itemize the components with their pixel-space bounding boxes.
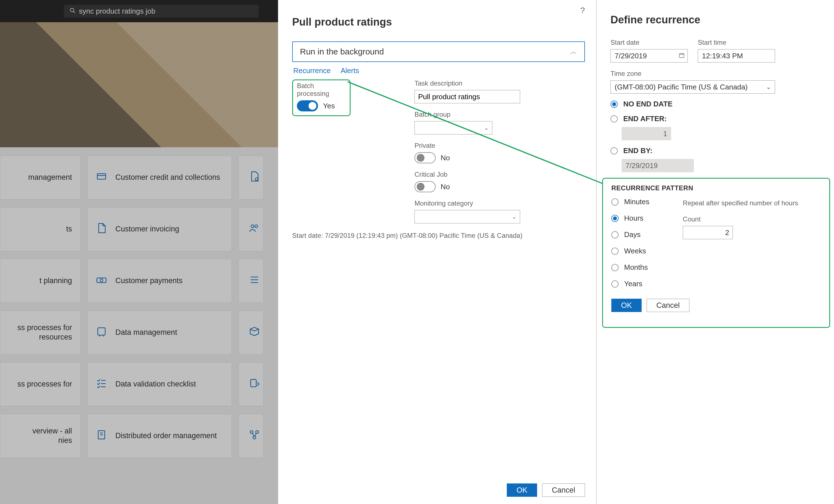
- recurrence-pattern-highlight: RECURRENCE PATTERN Minutes Hours Days We…: [602, 178, 830, 328]
- pattern-days-radio[interactable]: [611, 231, 618, 238]
- workspace-tile[interactable]: Data management: [87, 311, 232, 354]
- recurrence-title: Define recurrence: [611, 14, 834, 26]
- global-search[interactable]: [64, 5, 259, 18]
- critical-value: No: [441, 183, 450, 191]
- workspace-tile[interactable]: management: [0, 156, 81, 200]
- end-after-value: 1: [622, 127, 671, 140]
- svg-point-22: [253, 436, 256, 439]
- help-icon[interactable]: ?: [580, 5, 585, 15]
- workspace-tile[interactable]: Data validation checklist: [87, 362, 232, 406]
- workspace-tile[interactable]: t planning: [0, 259, 81, 303]
- workspace-tile[interactable]: [239, 259, 264, 303]
- export-icon: [249, 377, 260, 391]
- tile-label: ts: [66, 225, 72, 234]
- top-bar: [0, 0, 278, 22]
- workspace-tile[interactable]: Customer invoicing: [87, 207, 232, 251]
- workspace-tile[interactable]: Distributed order management: [87, 414, 232, 458]
- cancel-button[interactable]: Cancel: [542, 483, 585, 497]
- search-icon: [69, 7, 75, 16]
- batch-processing-label: Batch processing: [297, 82, 346, 97]
- end-by-value: 7/29/2019: [622, 159, 694, 172]
- pattern-years-label: Years: [624, 279, 642, 288]
- expander-links: Recurrence Alerts: [292, 65, 585, 77]
- start-date-value: 7/29/2019: [615, 52, 647, 60]
- alerts-link[interactable]: Alerts: [341, 66, 359, 75]
- tile-label: Customer invoicing: [115, 225, 179, 234]
- box-icon: [249, 326, 260, 340]
- pattern-hours-label: Hours: [624, 214, 643, 223]
- end-after-label: END AFTER:: [623, 114, 667, 123]
- credit-icon: [96, 171, 107, 184]
- pull-ratings-panel: ? Pull product ratings Run in the backgr…: [278, 0, 596, 504]
- workspace-tile[interactable]: verview - all nies: [0, 414, 81, 458]
- workspace-tile[interactable]: [239, 362, 264, 406]
- pattern-months-label: Months: [624, 263, 648, 272]
- payment-icon: [96, 274, 107, 288]
- pattern-years-radio[interactable]: [611, 280, 618, 288]
- workspace-tile[interactable]: [239, 156, 264, 200]
- start-date-input[interactable]: 7/29/2019: [611, 49, 688, 63]
- svg-rect-2: [97, 174, 106, 179]
- tile-label: Customer credit and collections: [115, 173, 220, 182]
- start-time-input[interactable]: 12:19:43 PM: [698, 49, 775, 63]
- workspace-tile[interactable]: Customer payments: [87, 259, 232, 303]
- workspace-tile[interactable]: Customer credit and collections: [87, 156, 232, 200]
- private-toggle[interactable]: [415, 152, 436, 163]
- start-time-value: 12:19:43 PM: [702, 52, 743, 60]
- workspace-tile[interactable]: [239, 207, 264, 251]
- svg-point-8: [100, 279, 103, 281]
- data-icon: [96, 326, 107, 340]
- recurrence-link[interactable]: Recurrence: [293, 66, 331, 75]
- chevron-down-icon: ⌄: [484, 124, 489, 131]
- timezone-select[interactable]: (GMT-08:00) Pacific Time (US & Canada) ⌄: [611, 80, 775, 94]
- end-by-radio[interactable]: [611, 147, 618, 155]
- svg-point-0: [70, 8, 74, 12]
- pattern-months-radio[interactable]: [611, 264, 618, 271]
- pattern-minutes-radio[interactable]: [611, 198, 618, 206]
- monitoring-select[interactable]: ⌄: [415, 210, 520, 223]
- search-input[interactable]: [79, 7, 253, 16]
- workspace-tile[interactable]: ss processes for resources: [0, 311, 81, 354]
- tile-label: ss processes for resources: [17, 323, 72, 342]
- recurrence-cancel-button[interactable]: Cancel: [646, 299, 689, 312]
- svg-rect-23: [679, 53, 684, 58]
- no-end-date-radio[interactable]: [611, 100, 618, 108]
- chevron-down-icon: ⌄: [512, 213, 517, 220]
- batch-group-label: Batch group: [415, 111, 584, 118]
- svg-point-5: [251, 225, 254, 228]
- doc-icon: [249, 171, 260, 184]
- task-description-input[interactable]: [415, 90, 520, 104]
- batch-group-select[interactable]: ⌄: [415, 121, 492, 135]
- batch-processing-highlight: Batch processing Yes: [292, 79, 351, 116]
- workspace-tiles: management Customer credit and collectio…: [0, 156, 278, 466]
- people-icon: [249, 223, 260, 236]
- task-description-label: Task description: [415, 79, 584, 87]
- count-label: Count: [683, 215, 798, 223]
- start-time-label: Start time: [698, 39, 775, 46]
- start-date-footnote: Start date: 7/29/2019 (12:19:43 pm) (GMT…: [292, 232, 585, 239]
- private-label: Private: [415, 142, 584, 150]
- critical-toggle[interactable]: [415, 181, 436, 192]
- critical-label: Critical Job: [415, 170, 584, 178]
- calendar-icon: [679, 52, 685, 60]
- recurrence-ok-button[interactable]: OK: [611, 299, 642, 312]
- tile-label: verview - all nies: [32, 427, 72, 445]
- ok-button[interactable]: OK: [507, 483, 537, 497]
- batch-processing-toggle[interactable]: [297, 100, 318, 111]
- workspace-tile[interactable]: [239, 414, 264, 458]
- recurrence-pattern-heading: RECURRENCE PATTERN: [611, 184, 821, 192]
- pattern-hours-radio[interactable]: [611, 215, 618, 222]
- pattern-weeks-radio[interactable]: [611, 248, 618, 255]
- checklist-icon: [96, 377, 107, 391]
- count-input[interactable]: 2: [683, 226, 733, 239]
- repeat-note: Repeat after specified number of hours: [683, 199, 798, 207]
- background-expander[interactable]: Run in the background ︿: [292, 41, 585, 62]
- workspace-tile[interactable]: [239, 311, 264, 354]
- svg-point-6: [255, 225, 258, 228]
- workspace-tile[interactable]: ss processes for: [0, 362, 81, 406]
- end-after-radio[interactable]: [611, 115, 618, 122]
- workspace-tile[interactable]: ts: [0, 207, 81, 251]
- timezone-label: Time zone: [611, 70, 834, 77]
- svg-rect-16: [251, 379, 256, 387]
- no-end-date-label: NO END DATE: [623, 100, 673, 108]
